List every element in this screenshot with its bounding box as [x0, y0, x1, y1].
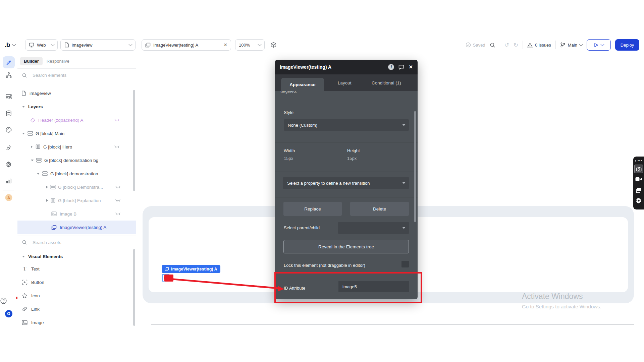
scrollbar-thumb[interactable] — [133, 249, 135, 326]
transition-dropdown[interactable]: Select a property to define a new transi… — [283, 177, 409, 189]
inspector-header[interactable]: ImageViewer(testing) A i ✕ — [275, 60, 418, 74]
windows-capture-button[interactable] — [636, 187, 642, 193]
caret-down-icon[interactable] — [22, 256, 25, 257]
recorder-menu[interactable]: ••• — [635, 159, 643, 163]
palette-item-text[interactable]: T Text — [17, 262, 140, 276]
palette-item-button[interactable]: Button — [17, 276, 140, 289]
comment-icon[interactable] — [398, 65, 404, 70]
component-cube-icon[interactable] — [270, 42, 277, 48]
branch-selector[interactable]: Main — [560, 42, 582, 48]
eye-closed-icon[interactable] — [114, 118, 120, 122]
device-dropdown[interactable]: Web — [25, 39, 58, 51]
preview-button[interactable] — [587, 39, 611, 51]
logo-chevron-icon[interactable] — [12, 42, 16, 46]
annotation-arrow — [160, 272, 288, 294]
components-tab[interactable] — [6, 94, 12, 100]
caret-right-icon[interactable] — [31, 145, 33, 148]
tree-row-header[interactable]: Header (zqbackend) A — [17, 113, 149, 127]
rows-block-icon — [36, 158, 42, 163]
element-window-icon — [51, 225, 57, 230]
screenshot-button[interactable] — [634, 165, 643, 173]
caret-right-icon[interactable] — [46, 186, 48, 188]
save-status: Saved — [466, 42, 485, 48]
zoom-dropdown[interactable]: 100% — [235, 39, 265, 51]
lock-checkbox[interactable] — [401, 261, 409, 267]
workflow-tab[interactable] — [6, 72, 12, 78]
deploy-button[interactable]: Deploy — [615, 39, 639, 51]
divider — [555, 41, 556, 49]
tree-row-layers[interactable]: Layers — [17, 100, 141, 113]
search-icon[interactable] — [490, 42, 495, 48]
search-assets-input[interactable] — [32, 240, 117, 245]
plugins-tab[interactable] — [6, 144, 12, 151]
close-icon[interactable]: ✕ — [223, 42, 227, 48]
tab-appearance[interactable]: Appearance — [281, 78, 324, 91]
divider — [500, 41, 500, 49]
palette-item-link[interactable]: Link — [17, 302, 140, 316]
tree-row-g-hero[interactable]: G [block] Hero — [17, 140, 149, 154]
page-dropdown[interactable]: imageview — [60, 39, 136, 51]
reveal-in-tree-button[interactable]: Reveal in the Elements tree — [283, 240, 409, 253]
tab-responsive[interactable]: Responsive — [47, 59, 69, 64]
search-elements-input[interactable] — [32, 72, 117, 78]
tree-row-page[interactable]: imageview — [17, 86, 140, 100]
issues-label: 0 issues — [535, 43, 551, 48]
caret-down-icon[interactable] — [22, 133, 25, 134]
chat-bubble-button[interactable]: O — [5, 310, 12, 317]
tree-row-g-demonstration-bg[interactable]: G [block] demonstration bg — [17, 154, 149, 167]
palette-item-image[interactable]: Image — [17, 316, 140, 329]
eye-closed-icon[interactable] — [114, 145, 120, 149]
height-value: 15px — [347, 156, 357, 161]
tab-layout[interactable]: Layout — [338, 74, 352, 91]
record-video-button[interactable] — [635, 177, 642, 182]
replace-button[interactable]: Replace — [283, 202, 342, 216]
logs-tab[interactable] — [6, 178, 12, 184]
redo-icon[interactable]: ↻ — [514, 42, 518, 48]
tab-conditional[interactable]: Conditional (1) — [372, 74, 401, 91]
text-icon: T — [22, 266, 28, 272]
check-circle-icon — [466, 42, 471, 48]
caret-down-icon[interactable] — [31, 160, 34, 161]
caret-down-icon[interactable] — [22, 106, 25, 108]
eye-closed-icon[interactable] — [115, 212, 121, 216]
eye-closed-icon[interactable] — [115, 185, 121, 189]
parent-child-label: Select parent/child — [284, 225, 320, 230]
chevron-down-icon — [128, 42, 132, 46]
focused-element-chip[interactable]: ImageViewer(testing) A ✕ — [142, 39, 231, 51]
delete-button[interactable]: Delete — [350, 202, 409, 216]
inspector-scrollbar-thumb[interactable] — [414, 111, 416, 222]
caret-down-icon[interactable] — [37, 173, 40, 175]
design-tab[interactable] — [3, 56, 15, 68]
style-dropdown[interactable]: None (Custom) — [284, 119, 409, 131]
bubble-logo[interactable]: .b — [5, 41, 10, 49]
selected-element-badge[interactable]: ImageViewer(testing) A — [162, 265, 220, 273]
close-icon[interactable]: ✕ — [409, 64, 413, 70]
parent-child-dropdown[interactable] — [338, 222, 409, 234]
saved-label: Saved — [473, 43, 485, 48]
caret-right-icon[interactable] — [46, 199, 48, 202]
help-button[interactable] — [0, 297, 17, 304]
database-icon — [6, 110, 12, 117]
page-icon — [64, 42, 69, 48]
tree-row-g-main[interactable]: G [block] Main — [17, 127, 141, 140]
transition-placeholder: Select a property to define a new transi… — [287, 181, 370, 186]
issues-indicator[interactable]: 0 issues — [527, 43, 551, 48]
undo-icon[interactable]: ↺ — [504, 42, 509, 48]
palette-item-label: Button — [31, 280, 44, 285]
recorder-settings-button[interactable] — [636, 197, 642, 204]
clipped-scrolled-text: targeted. — [280, 91, 297, 94]
scrollbar-thumb[interactable] — [133, 90, 135, 191]
data-tab[interactable] — [6, 110, 12, 117]
info-icon[interactable]: i — [388, 64, 394, 70]
settings-tab[interactable] — [6, 161, 12, 168]
palette-item-icon[interactable]: Icon — [17, 289, 140, 302]
palette-item-label: Text — [31, 266, 40, 272]
dropdown-arrow-icon — [402, 182, 406, 184]
visual-elements-header[interactable]: Visual Elements — [17, 250, 141, 263]
palette-icon — [6, 127, 12, 133]
styles-tab[interactable] — [6, 127, 12, 133]
user-avatar[interactable]: A — [5, 194, 12, 201]
eye-closed-icon[interactable] — [115, 198, 121, 202]
tab-builder[interactable]: Builder — [20, 57, 43, 65]
search-icon — [22, 240, 27, 245]
